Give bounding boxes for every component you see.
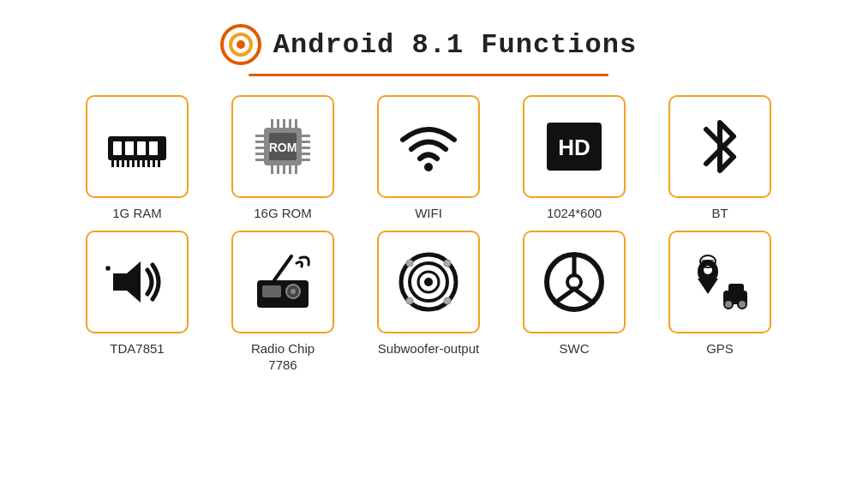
- svg-rect-34: [289, 119, 291, 128]
- svg-point-58: [406, 297, 413, 304]
- row-1: 1G RAM ROM: [69, 95, 788, 222]
- page-title: Android 8.1 Functions: [273, 29, 637, 61]
- svg-rect-29: [302, 153, 310, 155]
- svg-point-50: [291, 289, 296, 294]
- svg-point-57: [444, 260, 451, 267]
- svg-rect-28: [302, 147, 310, 149]
- radio-icon: [249, 248, 317, 316]
- gps-icon: GPS: [686, 248, 754, 316]
- radio-icon-box: [231, 231, 334, 333]
- ram-icon-box: [86, 95, 189, 198]
- swc-icon: [540, 248, 608, 316]
- svg-point-41: [424, 163, 433, 171]
- svg-rect-27: [302, 141, 310, 143]
- svg-point-2: [237, 40, 245, 49]
- svg-rect-21: [255, 135, 264, 137]
- sub-label: Subwoofer-output: [378, 340, 479, 357]
- svg-rect-24: [255, 153, 264, 155]
- svg-rect-69: [728, 284, 744, 294]
- ram-icon: [103, 112, 171, 181]
- feature-rom: ROM: [214, 95, 351, 222]
- wifi-icon-box: [377, 95, 480, 198]
- svg-rect-36: [271, 165, 273, 174]
- hd-icon-box: HD: [523, 95, 626, 198]
- svg-rect-48: [262, 285, 281, 297]
- svg-rect-37: [277, 165, 279, 174]
- svg-rect-17: [158, 160, 160, 167]
- feature-swc: SWC: [506, 231, 643, 374]
- svg-rect-8: [111, 160, 114, 167]
- svg-rect-31: [271, 119, 273, 128]
- svg-point-59: [444, 297, 451, 304]
- svg-rect-39: [289, 165, 291, 174]
- rom-label: 16G ROM: [254, 205, 312, 222]
- svg-point-56: [406, 260, 413, 267]
- android-icon: [220, 24, 261, 65]
- wifi-icon: [394, 112, 463, 181]
- wifi-label: WIFI: [415, 205, 442, 222]
- svg-rect-25: [255, 159, 264, 161]
- feature-gps: GPS GPS: [651, 231, 788, 374]
- gps-label: GPS: [706, 340, 734, 357]
- svg-point-71: [738, 300, 746, 309]
- svg-rect-6: [137, 141, 146, 155]
- svg-line-51: [274, 256, 291, 280]
- features-grid: 1G RAM ROM: [69, 95, 788, 382]
- svg-rect-38: [283, 165, 285, 174]
- svg-rect-5: [125, 141, 134, 155]
- svg-rect-11: [127, 160, 129, 167]
- svg-rect-13: [137, 160, 140, 167]
- feature-ram: 1G RAM: [69, 95, 206, 222]
- svg-text:GPS: GPS: [702, 259, 715, 265]
- svg-line-63: [555, 289, 574, 303]
- svg-marker-44: [113, 261, 141, 303]
- hd-icon: HD: [540, 112, 608, 181]
- bt-icon-box: [668, 95, 771, 198]
- svg-marker-66: [698, 279, 718, 294]
- svg-rect-15: [147, 160, 150, 167]
- bt-label: BT: [711, 205, 728, 222]
- svg-rect-35: [295, 119, 297, 128]
- svg-rect-14: [142, 160, 145, 167]
- rom-icon-box: ROM: [231, 95, 334, 198]
- subwoofer-icon: [394, 248, 463, 316]
- svg-rect-40: [295, 165, 297, 174]
- svg-rect-10: [122, 160, 124, 167]
- svg-rect-33: [283, 119, 285, 128]
- bt-icon: [686, 112, 754, 181]
- rom-icon: ROM: [249, 112, 317, 181]
- feature-radio: Radio Chip7786: [214, 231, 351, 374]
- svg-point-55: [424, 278, 433, 286]
- feature-hd: HD 1024*600: [506, 95, 643, 222]
- radio-label: Radio Chip7786: [251, 340, 315, 374]
- svg-rect-32: [277, 119, 279, 128]
- svg-text:HD: HD: [558, 135, 590, 160]
- svg-point-70: [724, 300, 733, 309]
- svg-rect-16: [153, 160, 155, 167]
- svg-rect-22: [255, 141, 264, 143]
- svg-line-64: [574, 289, 593, 303]
- svg-rect-26: [302, 135, 310, 137]
- sub-icon-box: [377, 231, 480, 333]
- swc-label: SWC: [560, 340, 590, 357]
- svg-rect-9: [117, 160, 119, 167]
- svg-rect-30: [302, 159, 310, 161]
- svg-rect-4: [113, 141, 122, 155]
- svg-rect-7: [149, 141, 158, 155]
- feature-wifi: WIFI: [360, 95, 497, 222]
- swc-icon-box: [523, 231, 626, 333]
- feature-bt: BT: [651, 95, 788, 222]
- tda-icon-box: [86, 231, 189, 333]
- svg-rect-12: [132, 160, 135, 167]
- speaker-icon: [103, 248, 171, 316]
- tda-label: TDA7851: [110, 340, 164, 357]
- svg-text:ROM: ROM: [269, 141, 297, 154]
- row-2: TDA7851 Radio Chip7786: [69, 231, 788, 374]
- ram-label: 1G RAM: [112, 205, 162, 222]
- hd-label: 1024*600: [547, 205, 602, 222]
- feature-tda: TDA7851: [69, 231, 206, 374]
- gps-icon-box: GPS: [668, 231, 771, 333]
- title-underline: [249, 74, 608, 76]
- feature-sub: Subwoofer-output: [360, 231, 497, 374]
- svg-rect-23: [255, 147, 264, 149]
